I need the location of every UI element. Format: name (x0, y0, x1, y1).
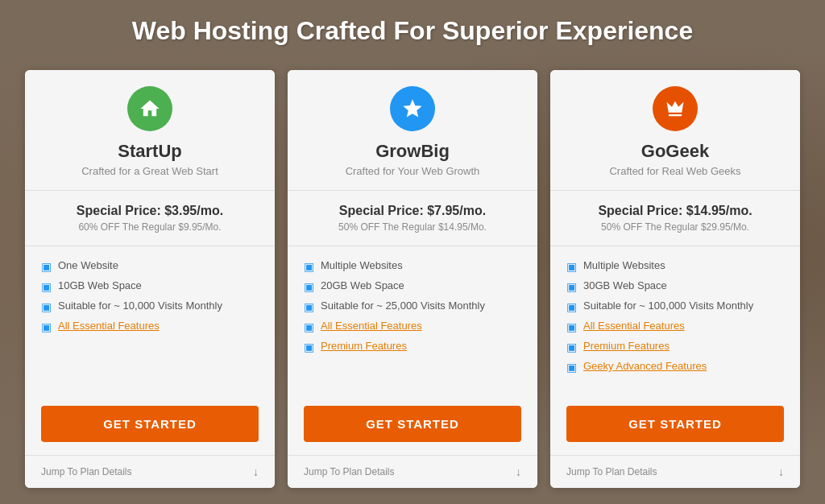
list-item: ▣ All Essential Features (566, 320, 784, 333)
check-icon: ▣ (41, 260, 52, 273)
check-icon: ▣ (566, 341, 577, 353)
pricing-cards: StartUp Crafted for a Great Web Start Sp… (18, 70, 807, 488)
check-icon: ▣ (304, 320, 314, 333)
gogeek-plan-name: GoGeek (566, 141, 784, 162)
feature-text: One Website (58, 259, 118, 271)
feature-text: Suitable for ~ 10,000 Visits Monthly (58, 300, 222, 312)
growbig-special-price: Special Price: $7.95/mo. (304, 204, 521, 218)
crown-icon (664, 97, 686, 120)
essential-features-link[interactable]: All Essential Features (58, 320, 160, 332)
check-icon: ▣ (304, 300, 314, 313)
list-item: ▣ All Essential Features (304, 320, 521, 333)
star-icon (401, 97, 424, 120)
check-icon: ▣ (41, 320, 52, 333)
gogeek-cta: GET STARTED (550, 393, 800, 455)
gogeek-jump-link[interactable]: Jump To Plan Details (566, 466, 657, 477)
list-item: ▣ Suitable for ~ 100,000 Visits Monthly (566, 300, 784, 313)
feature-text: Multiple Websites (583, 259, 665, 271)
growbig-get-started-button[interactable]: GET STARTED (304, 406, 521, 442)
list-item: ▣ Suitable for ~ 25,000 Visits Monthly (304, 300, 521, 313)
page-title: Web Hosting Crafted For Superior Experie… (132, 16, 693, 46)
geeky-advanced-features-link[interactable]: Geeky Advanced Features (583, 360, 707, 372)
growbig-plan-name: GrowBig (304, 141, 521, 162)
growbig-regular-price: 50% OFF The Regular $14.95/Mo. (304, 221, 521, 233)
gogeek-plan-tagline: Crafted for Real Web Geeks (566, 165, 784, 177)
list-item: ▣ Multiple Websites (566, 259, 784, 273)
check-icon: ▣ (41, 300, 52, 313)
growbig-pricing: Special Price: $7.95/mo. 50% OFF The Reg… (288, 191, 537, 246)
home-icon (139, 97, 161, 120)
gogeek-icon-circle (653, 86, 698, 131)
check-icon: ▣ (304, 280, 314, 293)
essential-features-link[interactable]: All Essential Features (583, 320, 685, 332)
gogeek-features: ▣ Multiple Websites ▣ 30GB Web Space ▣ S… (550, 246, 800, 393)
check-icon: ▣ (566, 300, 577, 313)
premium-features-link[interactable]: Premium Features (583, 340, 670, 352)
growbig-jump-link[interactable]: Jump To Plan Details (304, 466, 395, 477)
list-item: ▣ 30GB Web Space (566, 279, 784, 293)
startup-regular-price: 60% OFF The Regular $9.95/Mo. (41, 221, 259, 233)
check-icon: ▣ (566, 361, 577, 374)
premium-features-link[interactable]: Premium Features (321, 340, 407, 352)
startup-cta: GET STARTED (25, 393, 275, 455)
startup-plan-tagline: Crafted for a Great Web Start (41, 165, 259, 177)
growbig-footer: Jump To Plan Details ↓ (288, 455, 537, 488)
card-gogeek: GoGeek Crafted for Real Web Geeks Specia… (550, 70, 800, 488)
card-header-startup: StartUp Crafted for a Great Web Start (25, 70, 275, 191)
feature-text: 30GB Web Space (583, 279, 667, 291)
card-header-growbig: GrowBig Crafted for Your Web Growth (288, 70, 537, 191)
growbig-icon-circle (390, 86, 435, 131)
growbig-features: ▣ Multiple Websites ▣ 20GB Web Space ▣ S… (288, 246, 537, 393)
startup-plan-name: StartUp (41, 141, 259, 162)
down-arrow-icon: ↓ (778, 465, 784, 478)
gogeek-pricing: Special Price: $14.95/mo. 50% OFF The Re… (550, 191, 800, 246)
card-header-gogeek: GoGeek Crafted for Real Web Geeks (550, 70, 800, 191)
growbig-plan-tagline: Crafted for Your Web Growth (304, 165, 521, 177)
check-icon: ▣ (41, 280, 52, 293)
down-arrow-icon: ↓ (516, 465, 521, 478)
list-item: ▣ Multiple Websites (304, 259, 521, 273)
feature-text: 20GB Web Space (321, 279, 404, 291)
gogeek-special-price: Special Price: $14.95/mo. (566, 204, 784, 218)
startup-footer: Jump To Plan Details ↓ (25, 455, 275, 488)
growbig-cta: GET STARTED (288, 393, 537, 455)
list-item: ▣ 20GB Web Space (304, 279, 521, 293)
essential-features-link[interactable]: All Essential Features (321, 320, 422, 332)
feature-text: Suitable for ~ 100,000 Visits Monthly (583, 300, 753, 312)
gogeek-footer: Jump To Plan Details ↓ (550, 455, 800, 488)
check-icon: ▣ (566, 280, 577, 293)
list-item: ▣ All Essential Features (41, 320, 259, 333)
list-item: ▣ Premium Features (304, 340, 521, 353)
startup-jump-link[interactable]: Jump To Plan Details (41, 466, 132, 477)
list-item: ▣ 10GB Web Space (41, 279, 259, 293)
feature-text: Multiple Websites (321, 259, 403, 271)
check-icon: ▣ (566, 260, 577, 273)
startup-icon-circle (127, 86, 172, 131)
check-icon: ▣ (566, 320, 577, 333)
feature-text: 10GB Web Space (58, 279, 142, 291)
list-item: ▣ Geeky Advanced Features (566, 360, 784, 374)
feature-text: Suitable for ~ 25,000 Visits Monthly (321, 300, 485, 312)
gogeek-regular-price: 50% OFF The Regular $29.95/Mo. (566, 221, 784, 233)
gogeek-get-started-button[interactable]: GET STARTED (566, 406, 784, 442)
startup-get-started-button[interactable]: GET STARTED (41, 406, 259, 442)
list-item: ▣ Suitable for ~ 10,000 Visits Monthly (41, 300, 259, 313)
startup-special-price: Special Price: $3.95/mo. (41, 204, 259, 218)
card-growbig: GrowBig Crafted for Your Web Growth Spec… (288, 70, 537, 488)
check-icon: ▣ (304, 260, 314, 273)
card-startup: StartUp Crafted for a Great Web Start Sp… (25, 70, 275, 488)
check-icon: ▣ (304, 341, 314, 353)
list-item: ▣ One Website (41, 259, 259, 273)
startup-pricing: Special Price: $3.95/mo. 60% OFF The Reg… (25, 191, 275, 246)
list-item: ▣ Premium Features (566, 340, 784, 353)
down-arrow-icon: ↓ (253, 465, 259, 478)
startup-features: ▣ One Website ▣ 10GB Web Space ▣ Suitabl… (25, 246, 275, 393)
